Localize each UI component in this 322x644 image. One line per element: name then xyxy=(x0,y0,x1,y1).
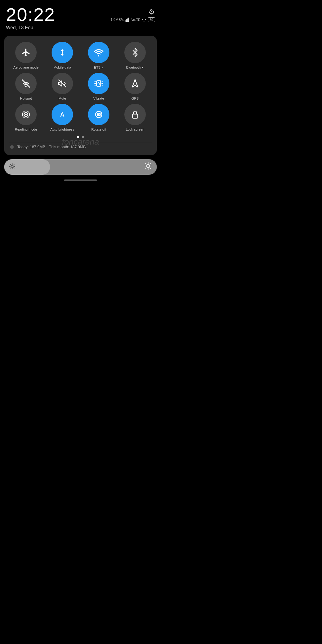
readingmode-label: Reading mode xyxy=(15,128,37,131)
date: Wed, 13 Feb xyxy=(6,25,55,30)
svg-line-26 xyxy=(14,168,14,168)
data-month: This month: 187.9MB xyxy=(49,145,86,149)
home-bar[interactable] xyxy=(64,179,97,181)
svg-line-25 xyxy=(10,164,11,165)
toggle-wifi[interactable]: ET3 ▲ xyxy=(82,42,116,69)
page-dot-1[interactable] xyxy=(77,136,79,138)
clock: 20:22 xyxy=(6,5,55,24)
status-bar: 20:22 Wed, 13 Feb ⚙ 1.0MB/s VoLTE xyxy=(0,0,161,33)
gps-circle[interactable] xyxy=(124,73,146,94)
toggle-readingmode[interactable]: Reading mode xyxy=(9,104,43,131)
svg-point-20 xyxy=(11,165,13,167)
hotspot-circle[interactable] xyxy=(15,73,37,94)
svg-line-36 xyxy=(150,163,151,164)
svg-rect-19 xyxy=(132,114,138,118)
toggle-mobiledata[interactable]: Mobile data xyxy=(45,42,79,69)
svg-rect-1 xyxy=(126,19,127,22)
data-usage-bar: Today: 187.9MB This month: 187.9MB xyxy=(9,142,152,150)
quick-settings-panel: Aeroplane mode Mobile data xyxy=(4,36,157,155)
mute-circle[interactable] xyxy=(52,73,73,94)
wifi-arrow: ▲ xyxy=(101,66,103,69)
lockscreen-label: Lock screen xyxy=(126,128,144,131)
vibrate-circle[interactable] xyxy=(88,73,109,94)
svg-point-29 xyxy=(147,165,150,168)
toggle-autobrightness[interactable]: A Auto brightness xyxy=(45,104,79,131)
data-today: Today: 187.9MB xyxy=(17,145,45,149)
toggle-aeroplane[interactable]: Aeroplane mode xyxy=(9,42,43,69)
aeroplane-circle[interactable] xyxy=(15,42,37,63)
aeroplane-label: Aeroplane mode xyxy=(13,66,38,69)
svg-line-27 xyxy=(14,164,14,165)
bluetooth-circle[interactable] xyxy=(124,42,146,63)
home-indicator xyxy=(0,179,161,181)
svg-line-34 xyxy=(145,163,146,164)
signal-icon xyxy=(125,18,130,22)
brightness-slider[interactable] xyxy=(4,159,157,175)
bluetooth-arrow: ▲ xyxy=(141,66,144,69)
toggle-hotspot[interactable]: Hotspot xyxy=(9,73,43,100)
toggle-grid: Aeroplane mode Mobile data xyxy=(9,42,152,131)
page-dot-2[interactable] xyxy=(82,136,84,138)
toggle-bluetooth[interactable]: Bluetooth ▲ xyxy=(118,42,152,69)
mobiledata-circle[interactable] xyxy=(52,42,73,63)
autobrightness-label: Auto brightness xyxy=(50,128,74,131)
toggle-lockscreen[interactable]: Lock screen xyxy=(118,104,152,131)
gps-label: GPS xyxy=(131,97,139,100)
svg-rect-3 xyxy=(128,18,129,22)
page-indicators xyxy=(9,136,152,138)
vibrate-label: Vibrate xyxy=(93,97,104,100)
battery-indicator: 69 xyxy=(148,17,155,22)
wifi-circle[interactable] xyxy=(88,42,109,63)
brightness-high-icon xyxy=(144,162,152,172)
toggle-vibrate[interactable]: Vibrate xyxy=(82,73,116,100)
svg-point-15 xyxy=(25,114,27,115)
svg-rect-2 xyxy=(127,18,128,22)
settings-icon[interactable]: ⚙ xyxy=(148,8,155,16)
wifi-label: ET3 ▲ xyxy=(94,66,103,69)
wifi-status-icon xyxy=(141,18,147,22)
svg-text:A: A xyxy=(60,111,64,118)
autobrightness-circle[interactable]: A xyxy=(52,104,73,125)
network-speed: 1.0MB/s xyxy=(110,18,123,22)
rotateoff-circle[interactable] xyxy=(88,104,109,125)
hotspot-label: Hotspot xyxy=(20,97,32,100)
data-dot-icon xyxy=(10,145,14,149)
readingmode-circle[interactable] xyxy=(15,104,37,125)
toggle-rotateoff[interactable]: Rotate off xyxy=(82,104,116,131)
svg-line-28 xyxy=(10,168,11,168)
svg-point-4 xyxy=(143,21,144,22)
rotateoff-label: Rotate off xyxy=(91,128,106,131)
brightness-low-icon xyxy=(9,163,16,171)
status-left: 20:22 Wed, 13 Feb xyxy=(6,5,55,30)
svg-line-37 xyxy=(145,168,146,169)
status-right: ⚙ 1.0MB/s VoLTE xyxy=(110,5,155,22)
mute-label: Mute xyxy=(58,97,66,100)
svg-line-35 xyxy=(150,168,151,169)
toggle-gps[interactable]: GPS xyxy=(118,73,152,100)
svg-rect-0 xyxy=(125,20,126,22)
lockscreen-circle[interactable] xyxy=(124,104,146,125)
status-indicators: 1.0MB/s VoLTE 69 xyxy=(110,17,155,22)
bluetooth-label: Bluetooth ▲ xyxy=(126,66,144,69)
toggle-mute[interactable]: Mute xyxy=(45,73,79,100)
mobiledata-label: Mobile data xyxy=(53,66,71,69)
volte-icon: VoLTE xyxy=(131,18,140,21)
